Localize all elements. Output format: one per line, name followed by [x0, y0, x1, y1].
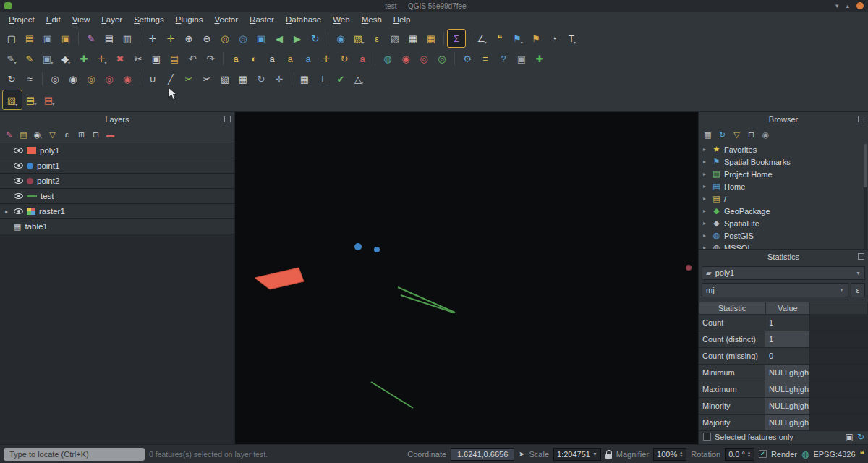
zoom-out-button[interactable]: ⊖ [198, 30, 216, 47]
new-project-button[interactable]: ▢ [3, 30, 20, 47]
messages-icon[interactable]: ❝ [860, 449, 864, 459]
spin-arrows-icon[interactable]: ▲▼ [679, 451, 683, 458]
save-edits-button[interactable]: ▣▾ [39, 50, 56, 67]
dropdown-arrow-icon[interactable]: ▾ [521, 40, 523, 47]
save-project-button[interactable]: ▣ [39, 30, 56, 47]
identify-features-button[interactable]: ◉ [332, 30, 349, 47]
current-edits-button[interactable]: ✎▾ [3, 50, 20, 67]
expand-arrow-icon[interactable]: ▸ [703, 146, 709, 153]
layer-item-table1[interactable]: ▦table1 [0, 219, 234, 234]
expand-arrow-icon[interactable]: ▸ [703, 245, 709, 249]
menu-item-project[interactable]: Project [3, 13, 41, 26]
menu-item-layer[interactable]: Layer [95, 13, 128, 26]
statistics-row[interactable]: Count (distinct)1 [699, 331, 868, 348]
dropdown-arrow-icon[interactable]: ▾ [361, 80, 363, 88]
menu-item-mesh[interactable]: Mesh [356, 13, 388, 26]
copy-statistics-icon[interactable]: ▣ [846, 432, 854, 442]
layer-item-point2[interactable]: point2 [0, 174, 234, 189]
visibility-eye-icon[interactable] [14, 192, 23, 201]
menu-item-web[interactable]: Web [327, 13, 355, 26]
paste-features-button[interactable]: ▤ [166, 50, 183, 67]
statistics-row[interactable]: Count (missing)0 [699, 348, 868, 365]
visibility-eye-icon[interactable] [14, 207, 23, 216]
browser-item-bookmark[interactable]: ▸⚑Spatial Bookmarks [699, 156, 868, 168]
map-canvas[interactable] [235, 112, 698, 444]
open-recent-layer-button[interactable]: ▤▾ [22, 91, 40, 109]
dropdown-arrow-icon[interactable]: ▾ [104, 60, 106, 67]
menu-item-vector[interactable]: Vector [208, 13, 244, 26]
statistics-row[interactable]: Count1 [699, 315, 868, 331]
delete-selected-button[interactable]: ✖ [111, 50, 129, 67]
maximize-icon[interactable]: ▴ [846, 2, 849, 9]
magnifier-spinbox[interactable]: 100%▲▼ [653, 448, 686, 461]
browser-item-home-folder[interactable]: ▸▤Home [699, 180, 868, 192]
split-features-button[interactable]: ✂ [180, 70, 197, 88]
open-project-button[interactable]: ▤ [21, 30, 38, 47]
refresh-statistics-icon[interactable]: ↻ [857, 432, 864, 442]
browser-item-folder[interactable]: ▸▤/ [699, 192, 868, 205]
spin-arrows-icon[interactable]: ▲▼ [747, 451, 751, 458]
labeling-rules-button[interactable]: a [263, 50, 281, 67]
menu-item-raster[interactable]: Raster [244, 13, 280, 26]
fill-ring-button[interactable]: ◎ [82, 70, 100, 88]
layer-item-test[interactable]: test [0, 189, 234, 204]
rotate-label-button[interactable]: ↻ [336, 50, 353, 67]
save-project-as-button[interactable]: ▣ [57, 30, 75, 47]
help-contents-button[interactable]: ? [495, 50, 512, 67]
dock-options-icon[interactable] [224, 116, 231, 122]
crs-value[interactable]: EPSG:4326 [813, 450, 855, 459]
offset-curve-button[interactable]: ∪ [144, 70, 161, 88]
expand-arrow-icon[interactable]: ▸ [703, 220, 709, 226]
layer-diagram-button[interactable]: ◐ [245, 50, 263, 67]
zoom-in-button[interactable]: ⊕ [180, 30, 197, 47]
menu-item-view[interactable]: View [67, 13, 96, 26]
filter-browser-button[interactable]: ▽ [730, 128, 744, 142]
open-layer-styling-button[interactable]: ✎ [2, 128, 16, 142]
copy-features-button[interactable]: ▣ [148, 50, 165, 67]
dropdown-arrow-icon[interactable]: ▾ [51, 60, 53, 67]
check-geometries-button[interactable]: ✔ [332, 70, 349, 88]
zoom-next-button[interactable]: ▶ [289, 30, 306, 47]
pan-to-selection-button[interactable]: ✛ [162, 30, 179, 47]
column-header-statistic[interactable]: Statistic [699, 302, 765, 315]
rotate-feature-button[interactable]: ↻ [3, 70, 20, 88]
toggle-editing-button[interactable]: ✎ [21, 50, 38, 67]
vertex-tool-button[interactable]: ◆▾ [57, 50, 75, 67]
new-print-layout-button[interactable]: ▤ [101, 30, 118, 47]
expand-arrow-icon[interactable]: ▸ [703, 158, 709, 165]
add-group-button[interactable]: ▤ [17, 128, 30, 142]
rotation-spinbox[interactable]: 0.0 °▲▼ [725, 448, 754, 461]
add-part-button[interactable]: ◉ [64, 70, 82, 88]
measure-button[interactable]: ∠▾ [473, 30, 490, 47]
simplify-feature-button[interactable]: ≈ [21, 70, 38, 88]
dropdown-arrow-icon[interactable]: ▾ [40, 135, 42, 142]
manage-map-themes-button[interactable]: ◉▾ [31, 128, 45, 142]
field-calculator-button[interactable]: ▦ [422, 30, 440, 47]
statistics-field-combo[interactable]: mj ▼ [702, 283, 848, 297]
expand-arrow-icon[interactable]: ▸ [703, 208, 709, 214]
dock-options-icon[interactable] [858, 253, 864, 260]
browser-item-spatialite[interactable]: ▸◆SpatiaLite [699, 217, 868, 229]
refresh-browser-button[interactable]: ↻ [715, 128, 729, 142]
open-attribute-table-button[interactable]: ▦ [404, 30, 422, 47]
collapse-all-button[interactable]: ⊟ [89, 128, 103, 142]
add-selected-layers-button[interactable]: ▦ [701, 128, 715, 142]
reshape-features-button[interactable]: ╱ [162, 70, 179, 88]
select-by-expression-button[interactable]: ε [368, 30, 386, 47]
add-ring-button[interactable]: ◎ [46, 70, 64, 88]
layer-item-point1[interactable]: point1 [0, 158, 234, 174]
dropdown-arrow-icon[interactable]: ▾ [68, 60, 70, 67]
new-annotation-button[interactable]: T▾ [563, 30, 581, 47]
cut-features-button[interactable]: ✂ [129, 50, 147, 67]
scale-combo[interactable]: 1:204751▼ [553, 448, 601, 461]
expression-button[interactable]: ε [851, 283, 865, 297]
delete-part-button[interactable]: ◉ [119, 70, 136, 88]
change-label-properties-button[interactable]: a [354, 50, 371, 67]
layer-labeling-button[interactable]: a [227, 50, 244, 67]
redo-button[interactable]: ↷ [202, 50, 219, 67]
menu-item-database[interactable]: Database [280, 13, 327, 26]
visibility-eye-icon[interactable] [14, 177, 23, 186]
delete-ring-button[interactable]: ◎ [101, 70, 118, 88]
render-checkbox[interactable]: ✔ [759, 450, 767, 458]
plugin-manager-button[interactable]: ▣ [513, 50, 530, 67]
